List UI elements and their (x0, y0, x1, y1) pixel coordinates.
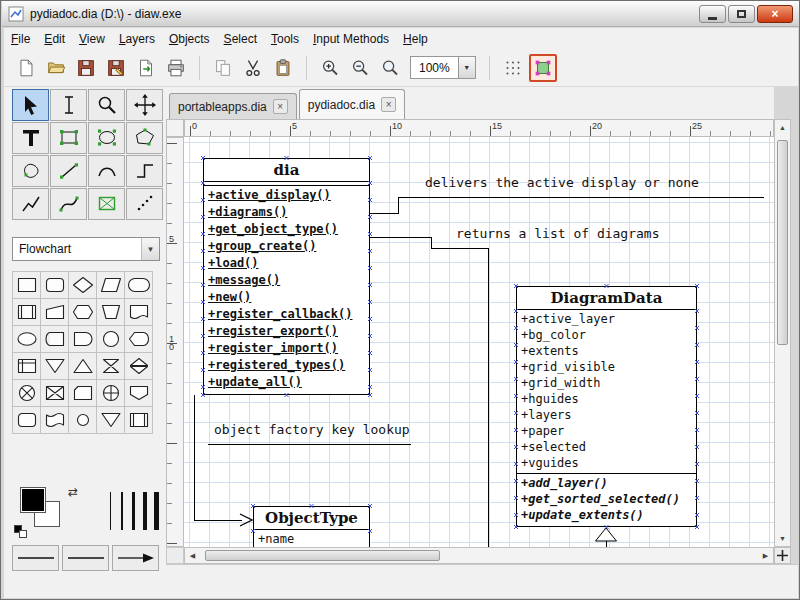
tab-close-icon[interactable]: × (381, 97, 396, 112)
menu-help[interactable]: Help (396, 29, 435, 49)
print-button[interactable] (162, 54, 190, 82)
manual-operation-shape[interactable] (96, 298, 125, 326)
connector-line[interactable] (398, 197, 764, 198)
zoom-combobox[interactable]: 100%▼ (410, 56, 476, 79)
rounded-process-shape[interactable] (124, 271, 153, 299)
connector-line[interactable] (370, 213, 398, 214)
scroll-right-icon[interactable]: ▶ (758, 548, 773, 563)
extract-shape[interactable] (68, 352, 97, 380)
punched-tape-shape[interactable] (40, 406, 69, 434)
menu-view[interactable]: View (72, 29, 112, 49)
summing-junction-shape[interactable] (12, 379, 41, 407)
copy-button[interactable] (209, 54, 237, 82)
display-shape[interactable] (124, 325, 153, 353)
scroll-down-icon[interactable]: ▼ (775, 531, 790, 546)
start-arrow-selector[interactable] (12, 545, 59, 571)
connector-line[interactable] (194, 520, 242, 521)
save-as-button[interactable] (102, 54, 130, 82)
color-selector[interactable]: ⇄ (14, 485, 98, 541)
polygon-tool[interactable] (126, 122, 163, 154)
line-tool[interactable] (50, 155, 87, 187)
pan-button[interactable] (774, 547, 791, 564)
cut-button[interactable] (239, 54, 267, 82)
end-arrow-selector[interactable] (112, 545, 159, 571)
arc-tool[interactable] (88, 155, 125, 187)
new-button[interactable] (12, 54, 40, 82)
punched-card-shape[interactable] (68, 379, 97, 407)
menu-select[interactable]: Select (217, 29, 264, 49)
document-shape[interactable] (124, 298, 153, 326)
modify-tool[interactable] (12, 89, 49, 121)
text-annotation[interactable]: delivers the active display or none (425, 175, 699, 190)
line-width-option-3[interactable] (132, 492, 135, 530)
decision-shape[interactable] (68, 271, 97, 299)
alternate-process-shape[interactable] (12, 406, 41, 434)
maximize-button[interactable] (728, 5, 755, 23)
grid-toggle-button[interactable] (499, 54, 527, 82)
uml-class-dia[interactable]: dia+active_display()+diagrams()+get_obje… (203, 158, 370, 395)
uml-class-ObjectType[interactable]: ObjectType+name (253, 506, 370, 547)
tab-pydiadoc.dia[interactable]: pydiadoc.dia× (299, 89, 405, 119)
tab-portableapps.dia[interactable]: portableapps.dia× (169, 93, 297, 119)
polyline-tool[interactable] (12, 188, 49, 220)
close-button[interactable]: × (757, 5, 793, 23)
box-tool[interactable] (50, 122, 87, 154)
vertical-scrollbar[interactable]: ▲ ▼ (774, 119, 791, 547)
text-annotation[interactable]: returns a list of diagrams (456, 226, 660, 241)
minimize-button[interactable] (699, 5, 726, 23)
connector-line[interactable] (431, 237, 432, 248)
boxed-x-shape[interactable] (40, 379, 69, 407)
internal-storage-shape[interactable] (12, 352, 41, 380)
ellipse-tool[interactable] (88, 122, 125, 154)
uml-class-DiagramData[interactable]: DiagramData+active_layer+bg_color+extent… (516, 286, 697, 527)
zoom-dropdown-icon[interactable]: ▼ (458, 57, 475, 78)
titlebar[interactable]: pydiadoc.dia (D:\) - diaw.exe × (2, 1, 799, 27)
sorted-list-shape[interactable] (124, 406, 153, 434)
chevron-down-icon[interactable]: ▾ (141, 238, 159, 260)
scroll-tool[interactable] (126, 89, 163, 121)
terminal-shape[interactable] (40, 271, 69, 299)
outline-tool[interactable] (126, 188, 163, 220)
line-width-option-1[interactable] (110, 492, 111, 530)
offline-storage-shape[interactable] (96, 406, 125, 434)
connector-line[interactable] (398, 197, 399, 214)
bezierline-tool[interactable] (50, 188, 87, 220)
line-width-option-4[interactable] (143, 492, 147, 530)
snap-toggle-button[interactable] (529, 54, 557, 82)
tab-close-icon[interactable]: × (273, 99, 288, 114)
text-annotation[interactable]: object factory key lookup (214, 422, 410, 437)
connector-line[interactable] (194, 395, 195, 520)
off-page-connector-shape[interactable] (124, 379, 153, 407)
menu-objects[interactable]: Objects (162, 29, 217, 49)
data-shape[interactable] (96, 271, 125, 299)
manual-input-shape[interactable] (40, 298, 69, 326)
scroll-up-icon[interactable]: ▲ (775, 120, 790, 135)
text-edit-tool[interactable] (50, 89, 87, 121)
scroll-left-icon[interactable]: ◀ (185, 548, 200, 563)
merge-shape[interactable] (40, 352, 69, 380)
connector-shape[interactable] (96, 325, 125, 353)
open-button[interactable] (42, 54, 70, 82)
menu-edit[interactable]: Edit (37, 29, 72, 49)
magnetic-drum-shape[interactable] (40, 325, 69, 353)
connector-line[interactable] (370, 237, 432, 238)
swap-colors-icon[interactable]: ⇄ (68, 485, 78, 499)
sort-shape[interactable] (124, 352, 153, 380)
save-button[interactable] (72, 54, 100, 82)
line-width-selector[interactable] (104, 485, 162, 537)
export-button[interactable] (132, 54, 160, 82)
collate-shape[interactable] (96, 352, 125, 380)
ellipse-shape[interactable] (12, 325, 41, 353)
zoom-fit-button[interactable] (376, 54, 404, 82)
vertical-scrollbar-thumb[interactable] (777, 140, 788, 345)
predefined-process-shape[interactable] (12, 298, 41, 326)
zoom-out-button[interactable] (346, 54, 374, 82)
menu-tools[interactable]: Tools (264, 29, 306, 49)
sheet-selector[interactable]: Flowchart ▾ (12, 237, 160, 261)
delay-shape[interactable] (68, 325, 97, 353)
menu-layers[interactable]: Layers (112, 29, 162, 49)
line-width-option-2[interactable] (121, 492, 123, 530)
preparation-shape[interactable] (68, 298, 97, 326)
foreground-color-swatch[interactable] (20, 487, 46, 513)
paste-button[interactable] (269, 54, 297, 82)
